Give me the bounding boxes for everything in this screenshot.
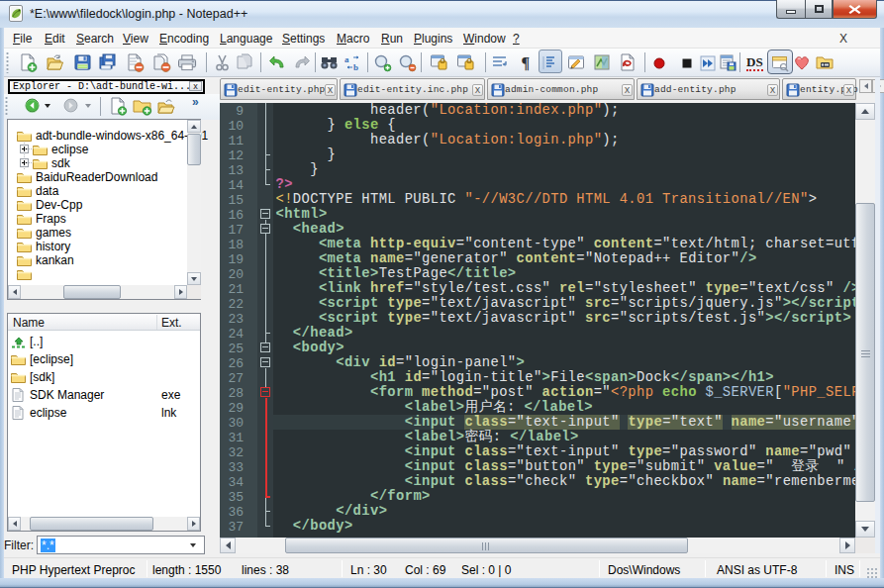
svg-text:b: b (353, 62, 358, 72)
svg-text:¶: ¶ (522, 54, 531, 71)
svg-text:a: a (344, 54, 349, 64)
